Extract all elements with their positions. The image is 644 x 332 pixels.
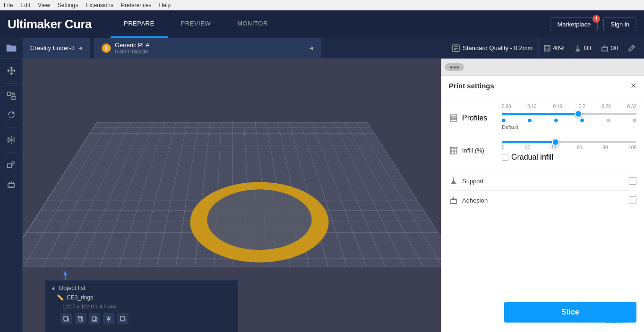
profiles-slider[interactable]: 0.08 0.12 0.16 0.2 0.28 0.32: [502, 104, 636, 130]
transform-mirror[interactable]: [103, 313, 114, 324]
adhesion-toggle-label: Adhesion: [462, 197, 488, 204]
adhesion-setting[interactable]: Off: [596, 38, 623, 59]
menu-extensions[interactable]: Extensions: [86, 2, 113, 9]
move-icon: [7, 66, 16, 76]
object-list-item[interactable]: ✏️ CE3_rings: [51, 293, 232, 302]
svg-marker-7: [63, 271, 67, 275]
snap-dot-4: [580, 119, 584, 122]
profile-slider-track[interactable]: [502, 113, 636, 115]
gradual-infill-label: Gradual infill: [511, 153, 553, 162]
snap-dot-5: [607, 119, 610, 122]
transform-side[interactable]: [89, 313, 100, 324]
move-tool[interactable]: [3, 62, 20, 79]
svg-rect-2: [8, 92, 11, 95]
menu-preferences[interactable]: Preferences: [121, 2, 152, 9]
filament-color-indicator: 1: [102, 43, 111, 53]
mirror-tool[interactable]: [3, 131, 20, 148]
tab-monitor[interactable]: MONITOR: [224, 10, 281, 38]
adhesion-svg: [449, 196, 458, 204]
adhesion-checkbox[interactable]: [629, 196, 636, 204]
menu-settings[interactable]: Settings: [58, 2, 78, 9]
quality-label: Standard Quality - 0.2mm: [463, 44, 532, 51]
tab-prepare[interactable]: PREPARE: [111, 10, 168, 38]
marketplace-button[interactable]: Marketplace 1: [550, 17, 598, 31]
profiles-row: Profiles 0.08 0.12 0.16 0.2 0.28 0.32: [449, 104, 636, 130]
adhesion-row: Adhesion: [449, 190, 636, 210]
transform-front[interactable]: [60, 313, 72, 324]
slice-button[interactable]: Slice: [504, 302, 636, 323]
support-svg: [449, 177, 458, 185]
pencil-edit-icon: ✏️: [57, 294, 64, 301]
support-checkbox[interactable]: [629, 177, 636, 185]
infill-labels: 0 20 40 60 80 100: [502, 145, 636, 150]
snap-dot-3: [554, 119, 558, 122]
infill-thumb: [552, 138, 559, 146]
infill-slider-track[interactable]: [502, 141, 636, 143]
snap-dot-1: [502, 119, 506, 122]
infill-fill: [502, 141, 556, 143]
tab-preview[interactable]: PREVIEW: [168, 10, 224, 38]
transform-reset[interactable]: [117, 313, 129, 324]
folder-button[interactable]: [0, 38, 23, 59]
adhesion-value: Off: [610, 45, 618, 51]
print-settings-close[interactable]: ✕: [630, 81, 636, 90]
tool-separator-1: [4, 83, 18, 84]
mirror-icon: [7, 135, 16, 145]
infill-ps-svg: [449, 146, 458, 155]
svg-rect-16: [120, 316, 124, 320]
svg-rect-19: [450, 119, 457, 121]
infill-setting[interactable]: 40%: [538, 38, 569, 59]
filament-info: Generic PLA 0.4mm Nozzle: [115, 42, 150, 54]
infill-label-text: Infill (%): [462, 147, 484, 154]
print-settings-title: Print settings: [449, 82, 494, 90]
scale-icon: [7, 91, 16, 101]
profile-values: 0.08 0.12 0.16 0.2 0.28 0.32: [502, 104, 636, 109]
app-logo: Ultimaker Cura: [8, 17, 92, 32]
edit-settings-button[interactable]: [623, 38, 640, 59]
cube-reset-icon: [120, 315, 126, 322]
svg-rect-4: [8, 164, 11, 168]
adhesion-toggle-icon: [449, 196, 458, 205]
transform-back[interactable]: [75, 313, 86, 324]
snap-dot-2: [528, 119, 532, 122]
menu-edit[interactable]: Edit: [20, 2, 30, 9]
support-toggle-icon: [449, 176, 458, 186]
menu-file[interactable]: File: [4, 2, 13, 9]
menu-help[interactable]: Help: [159, 2, 171, 9]
infill-ps-icon: [449, 146, 458, 155]
menu-view[interactable]: View: [38, 2, 50, 9]
support-blocker[interactable]: [3, 175, 20, 192]
slice-label: Slice: [561, 308, 579, 316]
object-list-header[interactable]: ▲ Object list: [51, 284, 232, 291]
filament-selector[interactable]: 1 Generic PLA 0.4mm Nozzle ◀: [94, 38, 321, 59]
toolbar-left: Creality Ender-3 ◀: [0, 38, 94, 58]
infill-label: Infill (%): [449, 146, 496, 155]
gradual-infill-checkbox[interactable]: [502, 154, 508, 161]
object-dimensions: 122.0 x 122.0 x 4.0 mm: [51, 304, 232, 309]
printer-selector[interactable]: Creality Ender-3 ◀: [23, 38, 90, 59]
infill-slider-container[interactable]: 0 20 40 60 80 100 Gradual infill: [502, 139, 636, 162]
support-blocker-icon: [7, 179, 16, 188]
bottom-bar: ▲ Object list ✏️ CE3_rings 122.0 x 122.0…: [45, 280, 238, 332]
signin-button[interactable]: Sign in: [603, 17, 636, 31]
pencil-icon: [628, 44, 635, 52]
per-object-settings[interactable]: [3, 156, 20, 173]
scale-tool[interactable]: [3, 87, 20, 104]
topbar-pill: ●●●: [445, 63, 464, 71]
3d-viewport[interactable]: ▲ Object list ✏️ CE3_rings 122.0 x 122.0…: [23, 59, 441, 332]
3d-object[interactable]: [179, 182, 340, 263]
left-toolbar: [0, 59, 23, 332]
support-label-row: Support: [449, 176, 484, 186]
layers-icon: [449, 114, 458, 122]
cube-side-icon: [91, 315, 98, 322]
tool-separator-2: [4, 127, 18, 128]
profiles-label-text: Profiles: [462, 114, 487, 122]
rotate-tool[interactable]: [3, 106, 20, 123]
svg-rect-17: [450, 115, 457, 116]
object-name: CE3_rings: [67, 294, 93, 301]
infill-value: 40%: [553, 45, 564, 51]
quality-selector[interactable]: Standard Quality - 0.2mm: [447, 38, 538, 59]
header: Ultimaker Cura PREPARE PREVIEW MONITOR M…: [0, 10, 644, 38]
support-setting[interactable]: Off: [569, 38, 596, 59]
printer-chevron-icon: ◀: [78, 45, 82, 51]
